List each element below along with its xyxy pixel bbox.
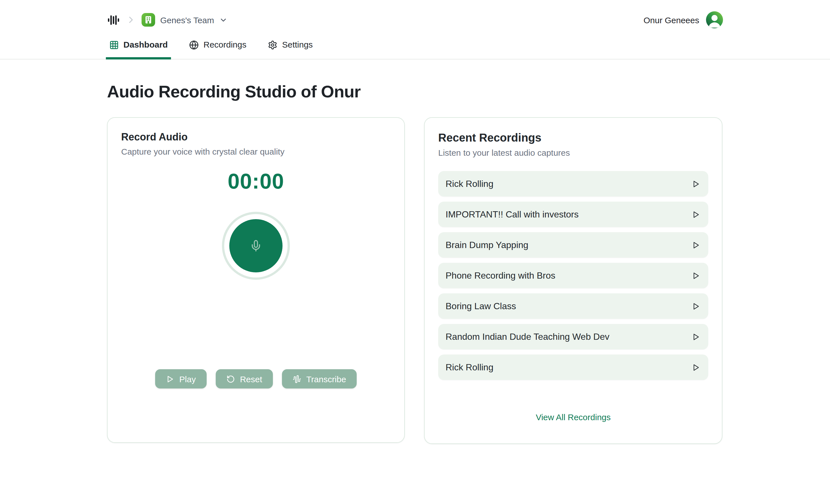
recording-list-item: Rick Rolling — [438, 354, 708, 380]
play-button[interactable]: Play — [155, 369, 206, 388]
tab-settings[interactable]: Settings — [265, 38, 315, 59]
main-content: Audio Recording Studio of Onur Record Au… — [107, 82, 723, 444]
play-recording-button[interactable] — [690, 330, 702, 343]
recording-title: IMPORTANT!! Call with investors — [446, 209, 579, 219]
view-all-recordings-link[interactable]: View All Recordings — [533, 412, 614, 422]
chevron-down-icon — [219, 15, 228, 24]
play-button-label: Play — [179, 374, 196, 384]
app-logo-audio-waveform-icon[interactable] — [107, 13, 120, 26]
tab-recordings-label: Recordings — [203, 38, 247, 51]
team-building-icon — [141, 13, 155, 27]
recent-recordings-card: Recent Recordings Listen to your latest … — [424, 117, 723, 444]
user-name-label: Onur Geneees — [643, 15, 699, 25]
tab-dashboard-label: Dashboard — [123, 38, 168, 51]
rotate-ccw-icon — [226, 375, 235, 383]
main-nav: Dashboard Recordings Settings — [107, 38, 723, 59]
tab-settings-label: Settings — [282, 38, 313, 51]
play-recording-button[interactable] — [690, 239, 702, 251]
recording-title: Phone Recording with Bros — [446, 271, 555, 281]
play-icon — [691, 210, 700, 219]
transcribe-button[interactable]: Transcribe — [282, 369, 357, 388]
recordings-list: Rick Rolling IMPORTANT!! Call with inves… — [438, 171, 708, 380]
recording-list-item: Phone Recording with Bros — [438, 263, 708, 288]
play-icon — [166, 375, 174, 383]
play-recording-button[interactable] — [690, 300, 702, 312]
recording-list-item: Brain Dump Yapping — [438, 232, 708, 258]
reset-button[interactable]: Reset — [216, 369, 273, 388]
recording-list-item: Boring Law Class — [438, 293, 708, 319]
record-card-subtitle: Capture your voice with crystal clear qu… — [121, 147, 391, 156]
grid-icon — [109, 40, 119, 50]
recordings-card-subtitle: Listen to your latest audio captures — [438, 148, 708, 157]
recording-title: Boring Law Class — [446, 301, 516, 311]
play-recording-button[interactable] — [690, 178, 702, 190]
record-button[interactable] — [222, 212, 290, 280]
team-switcher-button[interactable]: Genes's Team — [141, 13, 228, 27]
recording-title: Rick Rolling — [446, 362, 493, 372]
play-icon — [691, 241, 700, 249]
recording-list-item: IMPORTANT!! Call with investors — [438, 201, 708, 227]
audio-waveform-icon — [293, 375, 301, 383]
team-name-label: Genes's Team — [160, 15, 214, 25]
tab-dashboard[interactable]: Dashboard — [107, 38, 170, 59]
reset-button-label: Reset — [240, 374, 262, 384]
play-icon — [691, 363, 700, 372]
transcribe-button-label: Transcribe — [306, 374, 346, 384]
user-avatar[interactable] — [706, 11, 723, 28]
recording-list-item: Rick Rolling — [438, 171, 708, 196]
tab-recordings[interactable]: Recordings — [187, 38, 249, 59]
microphone-icon — [250, 240, 262, 252]
record-audio-card: Record Audio Capture your voice with cry… — [107, 117, 405, 443]
user-group: Onur Geneees — [643, 11, 723, 28]
recording-title: Random Indian Dude Teaching Web Dev — [446, 332, 609, 342]
play-recording-button[interactable] — [690, 269, 702, 282]
play-icon — [691, 302, 700, 311]
gear-icon — [268, 40, 278, 50]
user-silhouette-icon — [706, 11, 723, 28]
recording-timer: 00:00 — [121, 169, 391, 194]
recording-title: Brain Dump Yapping — [446, 240, 528, 250]
app-page: Genes's Team Onur Geneees — [0, 0, 830, 504]
recording-title: Rick Rolling — [446, 179, 493, 189]
globe-icon — [189, 40, 199, 50]
recording-controls: Play Reset Transcribe — [121, 369, 391, 388]
record-card-title: Record Audio — [121, 131, 391, 143]
play-icon — [691, 179, 700, 188]
breadcrumb-chevron-right-icon — [126, 15, 135, 24]
play-icon — [691, 332, 700, 341]
page-title: Audio Recording Studio of Onur — [107, 82, 723, 101]
play-recording-button[interactable] — [690, 208, 702, 221]
recordings-card-title: Recent Recordings — [438, 131, 708, 145]
recording-list-item: Random Indian Dude Teaching Web Dev — [438, 324, 708, 349]
top-bar: Genes's Team Onur Geneees — [0, 0, 830, 59]
play-recording-button[interactable] — [690, 361, 702, 374]
brand-group: Genes's Team — [107, 13, 228, 27]
play-icon — [691, 271, 700, 280]
record-button-circle — [229, 219, 283, 273]
